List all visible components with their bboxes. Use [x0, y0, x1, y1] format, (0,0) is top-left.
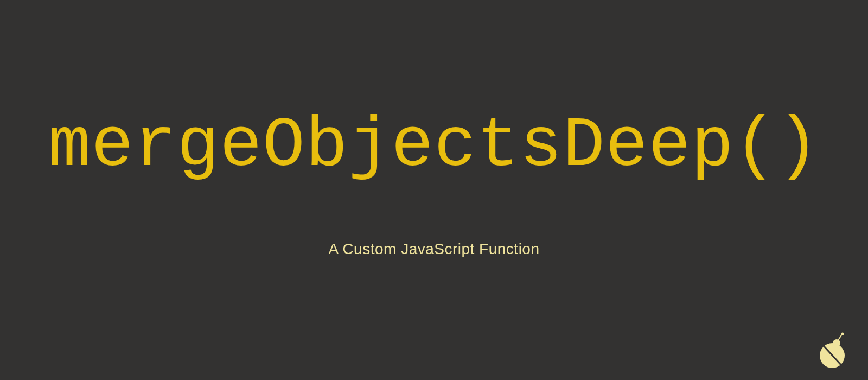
page-title: mergeObjectsDeep() — [48, 106, 820, 186]
svg-point-1 — [841, 333, 844, 335]
page-subtitle: A Custom JavaScript Function — [328, 240, 539, 258]
bug-logo-icon — [816, 332, 854, 370]
